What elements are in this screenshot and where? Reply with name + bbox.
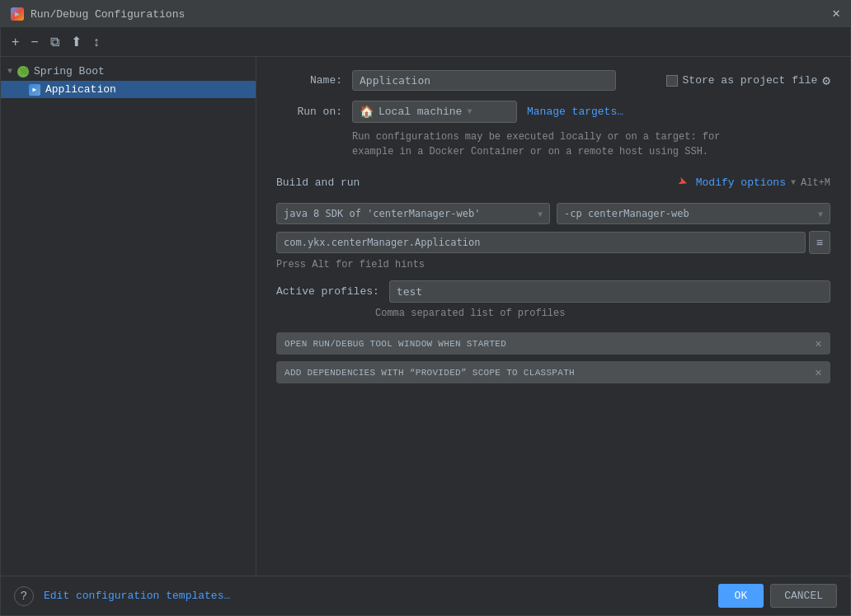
active-profiles-label: Active profiles:: [276, 285, 379, 298]
name-input[interactable]: [352, 70, 616, 91]
chevron-down-icon: ▼: [7, 67, 12, 76]
bottom-left: ? Edit configuration templates…: [14, 586, 230, 606]
chip-open-run-debug-label: OPEN RUN/DEBUG TOOL WINDOW WHEN STARTED: [284, 339, 506, 349]
sdk-value: java 8 SDK of 'centerManager-web': [284, 208, 480, 219]
manage-targets-link[interactable]: Manage targets…: [527, 106, 623, 118]
store-as-project-checkbox[interactable]: [666, 75, 678, 87]
main-class-browse-button[interactable]: ≡: [809, 231, 830, 254]
info-text: Run configurations may be executed local…: [352, 129, 830, 159]
spring-boot-label: Spring Boot: [34, 65, 105, 78]
sidebar: ▼ 🌿 Spring Boot ▶ Application: [1, 57, 256, 576]
chip-add-dependencies: ADD DEPENDENCIES WITH “PROVIDED” SCOPE T…: [276, 361, 830, 383]
spring-boot-group-header[interactable]: ▼ 🌿 Spring Boot: [1, 62, 256, 81]
main-class-input[interactable]: [276, 232, 806, 253]
run-on-row: Run on: 🏠 Local machine ▼ Manage targets…: [276, 101, 830, 123]
add-button[interactable]: +: [7, 32, 23, 52]
bottom-bar: ? Edit configuration templates… OK CANCE…: [1, 576, 850, 615]
home-icon: 🏠: [360, 105, 374, 119]
help-button[interactable]: ?: [14, 586, 34, 606]
run-debug-dialog: ▶ Run/Debug Configurations ✕ + − ⧉ ⬆ ↕ ▼…: [0, 0, 851, 616]
title-bar: ▶ Run/Debug Configurations ✕: [1, 1, 850, 27]
spring-boot-icon: 🌿: [17, 66, 29, 78]
cp-chevron-icon: ▼: [818, 209, 823, 219]
gear-icon[interactable]: ⚙: [822, 73, 830, 89]
main-class-row: ≡: [276, 231, 830, 254]
bottom-right: OK CANCEL: [718, 584, 837, 608]
move-button[interactable]: ⬆: [67, 31, 86, 52]
build-run-title: Build and run: [276, 176, 360, 189]
modify-options-link[interactable]: Modify options: [696, 176, 786, 189]
cancel-button[interactable]: CANCEL: [770, 584, 837, 608]
chip-open-run-debug: OPEN RUN/DEBUG TOOL WINDOW WHEN STARTED …: [276, 332, 830, 355]
sdk-cp-row: java 8 SDK of 'centerManager-web' ▼ -cp …: [276, 203, 830, 224]
cp-select[interactable]: -cp centerManager-web ▼: [557, 203, 830, 224]
spring-boot-group: ▼ 🌿 Spring Boot ▶ Application: [1, 60, 256, 100]
sdk-select[interactable]: java 8 SDK of 'centerManager-web' ▼: [276, 203, 550, 224]
comma-hint: Comma separated list of profiles: [375, 308, 830, 319]
sdk-chevron-icon: ▼: [538, 209, 543, 219]
run-on-select[interactable]: 🏠 Local machine ▼: [352, 101, 517, 123]
close-button[interactable]: ✕: [832, 7, 840, 21]
dialog-icon: ▶: [11, 7, 24, 21]
active-profiles-row: Active profiles:: [276, 280, 830, 303]
active-profiles-input[interactable]: [389, 280, 830, 303]
sidebar-item-application[interactable]: ▶ Application: [1, 81, 256, 98]
remove-button[interactable]: −: [26, 32, 42, 52]
name-row: Name: Store as project file ⚙: [276, 70, 830, 91]
application-icon: ▶: [29, 84, 40, 96]
copy-button[interactable]: ⧉: [46, 32, 63, 52]
toolbar: + − ⧉ ⬆ ↕: [1, 27, 850, 57]
ok-button[interactable]: OK: [718, 584, 764, 608]
run-on-value: Local machine: [378, 106, 462, 118]
right-panel: Name: Store as project file ⚙ Run on: 🏠 …: [256, 57, 850, 576]
arrow-annotation: ➤: [675, 172, 691, 195]
edit-templates-link[interactable]: Edit configuration templates…: [44, 590, 230, 602]
store-label: Store as project file: [683, 74, 818, 87]
hint-text: Press Alt for field hints: [276, 259, 830, 270]
sort-button[interactable]: ↕: [89, 32, 104, 52]
dialog-title: Run/Debug Configurations: [31, 8, 185, 21]
cp-value: -cp centerManager-web: [564, 208, 689, 219]
build-run-section-header: Build and run ➤ Modify options ▼ Alt+M: [276, 172, 830, 193]
modify-shortcut-badge: Alt+M: [801, 177, 830, 189]
chevron-down-icon: ▼: [467, 107, 472, 116]
chip-add-dependencies-label: ADD DEPENDENCIES WITH “PROVIDED” SCOPE T…: [284, 368, 575, 378]
sidebar-item-application-label: Application: [45, 83, 116, 96]
modify-options-chevron: ▼: [791, 178, 796, 187]
run-on-label: Run on:: [276, 106, 342, 118]
chip-add-dependencies-close[interactable]: ✕: [815, 365, 822, 379]
title-bar-left: ▶ Run/Debug Configurations: [11, 7, 185, 21]
chip-open-run-debug-close[interactable]: ✕: [815, 336, 822, 350]
name-label: Name:: [276, 74, 342, 87]
store-checkbox-row: Store as project file ⚙: [666, 73, 830, 89]
main-content: ▼ 🌿 Spring Boot ▶ Application Name:: [1, 57, 850, 576]
